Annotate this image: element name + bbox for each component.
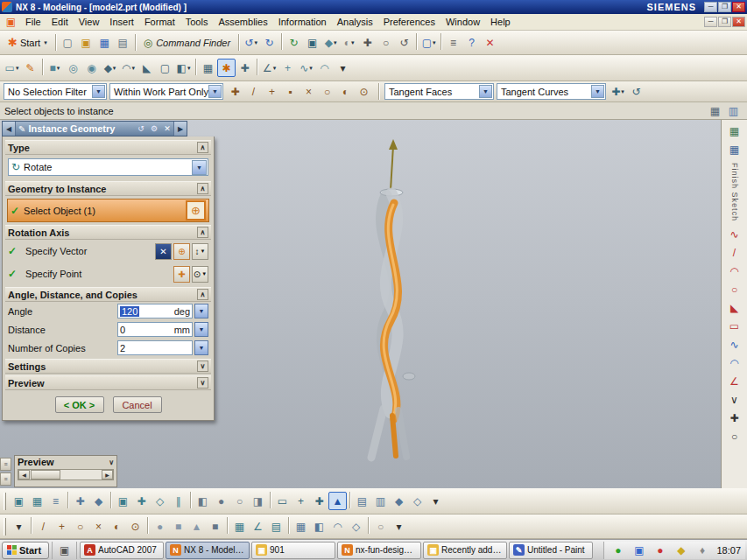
tangent-curves-select[interactable]: Tangent Curves ▼ <box>497 83 606 100</box>
hole-icon[interactable]: ◉ <box>82 59 101 77</box>
point-on-curve-icon[interactable]: ⊙ <box>355 82 373 101</box>
selection-filter-select[interactable]: No Selection Filter ▼ <box>4 83 107 100</box>
circle-icon[interactable]: ○ <box>726 281 743 298</box>
mirror-icon[interactable]: ◧ <box>310 517 328 536</box>
zoom-icon[interactable]: ○ <box>377 33 395 52</box>
snap-intersection-icon[interactable]: × <box>89 517 108 536</box>
zoom-in-icon[interactable]: + <box>292 492 310 510</box>
command-finder-button[interactable]: ◎ Command Finder <box>138 36 236 50</box>
more-commands-icon[interactable]: ▾ <box>334 59 352 77</box>
snap-point-icon[interactable]: ✚ <box>226 82 244 101</box>
dropdown-arrow-icon[interactable]: ▾ <box>254 39 257 46</box>
more-tools-icon[interactable]: ▾ <box>390 517 408 536</box>
taskbar-button-untitled-paint[interactable]: ✎Untitled - Paint <box>509 542 593 559</box>
annotation-icon[interactable]: ▤ <box>267 517 285 536</box>
dropdown-arrow-icon[interactable]: ▾ <box>351 39 355 46</box>
arc-center-icon[interactable]: ○ <box>318 82 336 101</box>
close-button[interactable]: ✕ <box>732 2 745 12</box>
swept-icon[interactable]: ◠ <box>315 59 334 77</box>
top-view-icon[interactable]: ▥ <box>371 492 390 510</box>
gc-toolbox-icon[interactable]: ▦ <box>230 517 249 536</box>
snap-cursor-icon[interactable]: ▲ <box>328 492 347 510</box>
inferred-vector-icon[interactable]: ⊕ <box>173 243 190 260</box>
instance-geometry-icon[interactable]: ✱ <box>217 59 236 77</box>
layer-settings-icon[interactable]: ≡ <box>46 492 65 510</box>
pattern-icon[interactable]: ▦ <box>292 517 310 536</box>
ellipse-icon[interactable]: ○ <box>726 428 743 445</box>
move-object-icon[interactable]: ✚ <box>236 59 254 77</box>
taskbar-clock[interactable]: 18:07 <box>716 545 741 556</box>
offset-curve-icon[interactable]: ◠ <box>726 354 743 372</box>
toolbar-options-icon[interactable]: ≡ <box>444 33 462 52</box>
tangent-faces-select[interactable]: Tangent Faces ▼ <box>384 83 494 100</box>
mdi-close-button[interactable]: ✕ <box>732 17 745 27</box>
move-component-icon[interactable]: ◇ <box>151 492 169 510</box>
cylinder-primitive-icon[interactable]: ■ <box>169 517 187 536</box>
mdi-minimize-button[interactable]: ─ <box>704 17 717 27</box>
angle-unit[interactable]: deg <box>174 306 190 317</box>
dialog-tab-icon[interactable]: ≡ <box>0 458 11 471</box>
mid-point-icon[interactable]: + <box>263 82 281 101</box>
dropdown-arrow-icon[interactable]: ▼ <box>192 160 207 175</box>
distance-unit[interactable]: mm <box>174 325 190 335</box>
dimension-tool-icon[interactable]: ∠ <box>249 517 267 536</box>
point-icon[interactable]: ✚ <box>726 410 743 427</box>
update-icon[interactable]: ◆ <box>672 541 690 559</box>
open-icon[interactable]: ▣ <box>77 33 95 52</box>
help-icon[interactable]: ? <box>462 33 481 52</box>
menu-analysis[interactable]: Analysis <box>332 15 378 29</box>
scroll-right-icon[interactable]: ▶ <box>102 470 113 480</box>
add-component-icon[interactable]: ✚ <box>132 492 151 510</box>
back-arrow-icon[interactable]: ◀ <box>3 122 16 136</box>
end-point-icon[interactable]: / <box>244 82 263 101</box>
extrude-icon[interactable]: ■▾ <box>46 59 64 77</box>
control-point-icon[interactable]: ▪ <box>281 82 300 101</box>
specify-point-row[interactable]: ✓ Specify Point ✚ ⊙▼ <box>5 262 211 285</box>
dropdown-arrow-icon[interactable]: ▾ <box>16 65 19 72</box>
chamfer-icon[interactable]: ◣ <box>137 59 156 77</box>
save-icon[interactable]: ▦ <box>95 33 114 52</box>
rectangle-icon[interactable]: ▭ <box>726 318 743 335</box>
shell-icon[interactable]: ▢ <box>156 59 174 77</box>
vector-dialog-icon[interactable]: ✕ <box>155 243 172 260</box>
selection-scope-select[interactable]: Within Work Part Only ▼ <box>109 83 223 100</box>
angle-distance-copies-section-header[interactable]: Angle, Distance, and Copies ∧ <box>5 287 211 302</box>
scroll-left-icon[interactable]: ◀ <box>18 470 30 480</box>
section-view-icon[interactable]: ◨ <box>249 492 267 510</box>
close-toolbar-icon[interactable]: ✕ <box>481 33 499 52</box>
snap-center-icon[interactable]: ○ <box>71 517 89 536</box>
graphics-window[interactable]: ◀ ✎ Instance Geometry ↺ ⚙ ✕ ▶ Type ∧ ↻ R… <box>0 120 747 488</box>
wcs-orient-icon[interactable]: ◆ <box>89 492 108 510</box>
rotate-view-icon[interactable]: ↺ <box>395 33 413 52</box>
front-view-icon[interactable]: ▤ <box>353 492 371 510</box>
dropdown-arrow-icon[interactable]: ▼ <box>201 271 207 276</box>
windows-start-button[interactable]: Start <box>2 542 49 559</box>
dropdown-arrow-icon[interactable]: ▾ <box>131 65 135 72</box>
dropdown-arrow-icon[interactable]: ▼ <box>591 85 604 98</box>
sketch-icon[interactable]: ✎ <box>21 59 39 77</box>
rendering-style-icon[interactable]: ◐▾ <box>340 33 358 52</box>
dropdown-arrow-icon[interactable]: ▼ <box>201 248 206 254</box>
close-dialog-icon[interactable]: ✕ <box>161 122 173 135</box>
selection-filter-icon[interactable]: ▾ <box>10 517 28 536</box>
print-icon[interactable]: ▤ <box>114 33 132 52</box>
show-desktop-icon[interactable]: ▣ <box>55 541 74 559</box>
block-primitive-icon[interactable]: ■ <box>206 517 224 536</box>
angle-input[interactable]: 120 deg <box>117 304 193 318</box>
start-menu-button[interactable]: ✱ Start ▾ <box>3 34 53 51</box>
copies-spinner[interactable]: ▼ <box>194 340 208 355</box>
dialog-header[interactable]: ◀ ✎ Instance Geometry ↺ ⚙ ✕ ▶ <box>2 121 187 136</box>
shaded-edges-icon[interactable]: ◧ <box>194 492 212 510</box>
shaded-icon[interactable]: ● <box>212 492 230 510</box>
redo-icon[interactable]: ↻ <box>260 33 278 52</box>
display-part-icon[interactable]: ▣ <box>10 492 28 510</box>
menu-format[interactable]: Format <box>139 15 180 29</box>
distance-input[interactable]: 0 mm <box>117 322 193 337</box>
type-section-header[interactable]: Type ∧ <box>5 140 211 155</box>
window-icon[interactable]: ▢▾ <box>419 33 438 52</box>
dropdown-arrow-icon[interactable]: ▾ <box>187 65 191 72</box>
scrollbar-thumb[interactable] <box>31 470 60 480</box>
sketch-grid-icon[interactable]: ▦ <box>726 122 743 140</box>
select-object-row[interactable]: ✓ Select Object (1) ⊕ <box>7 199 209 222</box>
menu-insert[interactable]: Insert <box>104 15 139 29</box>
